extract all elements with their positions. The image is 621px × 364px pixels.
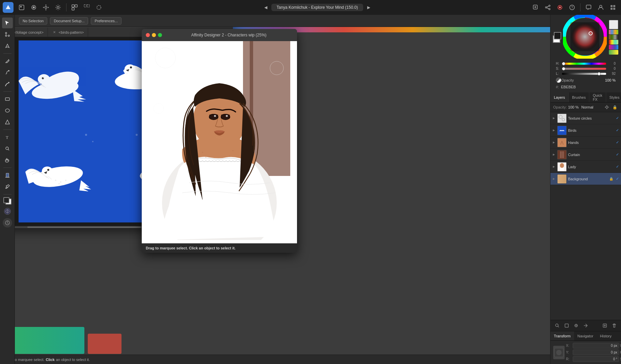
app-logo[interactable] (3, 2, 14, 13)
pixel-persona-icon[interactable] (3, 218, 12, 228)
layer-check-lady[interactable]: ✓ (615, 164, 620, 169)
navigator-tab[interactable]: Navigator (574, 331, 597, 340)
document-title[interactable]: Tanya Korniichuk - Explore Your Mind (15… (271, 4, 363, 11)
chat-icon[interactable] (583, 2, 594, 13)
r-field: R: (566, 356, 619, 362)
minimize-button-2[interactable] (152, 33, 156, 37)
document-setup-button[interactable]: Document Setup... (50, 17, 88, 25)
colour-history-swatches[interactable] (609, 20, 618, 55)
layer-check-birds[interactable]: ✓ (615, 128, 620, 133)
layer-check-texture[interactable]: ✓ (615, 116, 620, 121)
maximize-button-2[interactable] (158, 33, 162, 37)
share-icon[interactable] (542, 2, 553, 13)
target-icon[interactable] (555, 2, 565, 13)
lightness-slider[interactable] (562, 73, 606, 75)
prev-doc-icon[interactable]: ◀ (261, 2, 271, 13)
gear-icon[interactable] (53, 2, 63, 13)
rect-tool-button[interactable] (2, 94, 13, 104)
vector-brush-button[interactable] (2, 79, 13, 89)
quickfx-tab[interactable]: Quick FX (589, 92, 606, 102)
hand-tool-button[interactable] (2, 155, 13, 165)
svg-point-76 (214, 115, 216, 117)
select-tool-icon[interactable] (69, 2, 80, 13)
svg-point-57 (55, 180, 56, 181)
tool-separator-5 (3, 194, 11, 194)
settings-icon[interactable] (40, 2, 51, 13)
zoom-tool-button[interactable] (2, 143, 13, 154)
layer-lock-bg[interactable]: 🔒 (609, 177, 614, 181)
hue-slider[interactable] (562, 63, 606, 65)
layer-chevron-birds: ▶ (552, 128, 556, 132)
layer-item-texture-circles[interactable]: ▶ Texture circles ✓ (550, 112, 621, 124)
layer-item-lady[interactable]: ▶ Lady ✓ (550, 161, 621, 173)
tab-birds[interactable]: ✕ <birds-pattern> (48, 28, 88, 37)
color-mode-toggle[interactable] (4, 208, 11, 215)
ellipse-tool-button[interactable] (2, 105, 13, 116)
svg-point-33 (5, 35, 7, 36)
saturation-row: S: 0 (553, 66, 618, 71)
person-icon[interactable] (595, 2, 606, 13)
svg-point-93 (559, 115, 562, 119)
lasso-tool-icon[interactable] (81, 2, 92, 13)
triangle-tool-button[interactable] (2, 117, 13, 127)
grid-icon[interactable] (608, 2, 618, 13)
transform-tab[interactable]: Transform (550, 331, 574, 340)
svg-rect-30 (613, 8, 615, 10)
layer-add-button[interactable] (601, 322, 609, 330)
canvas-area: Affinity Designer - <Untitled> (50.0%) ✕… (0, 12, 550, 364)
layer-search-icon[interactable] (553, 322, 561, 330)
styles-tab[interactable]: Styles (606, 92, 621, 102)
hex-value[interactable]: EBEBEB (561, 85, 576, 89)
layer-item-background[interactable]: ▶ Background 🔒 ✓ (550, 173, 621, 185)
pencil-tool-button[interactable] (2, 56, 13, 66)
svg-point-100 (556, 324, 558, 327)
select-tool-button[interactable] (2, 18, 13, 28)
r-input[interactable] (573, 356, 619, 362)
layers-tab[interactable]: Layers (550, 92, 569, 102)
layers-opacity-row: Opacity: 100 % Normal 🔒 (550, 102, 621, 112)
layer-thumb-bg (557, 174, 567, 184)
layer-check-curtain[interactable]: ✓ (615, 152, 620, 157)
layer-delete-button[interactable] (610, 322, 618, 330)
layer-item-curtain[interactable]: ▶ Curtain ✓ (550, 149, 621, 161)
layers-settings-icon[interactable] (603, 104, 610, 111)
x-input[interactable] (573, 343, 619, 348)
layer-visibility-icon[interactable] (563, 322, 571, 330)
zoom-icon[interactable] (530, 2, 541, 13)
toolbar-icon-2[interactable] (28, 2, 39, 13)
y-input[interactable] (573, 350, 619, 355)
tab-close-birds[interactable]: ✕ (52, 30, 57, 35)
close-button-2[interactable] (146, 33, 150, 37)
colour-wheel-area[interactable] (563, 15, 607, 60)
layer-fx-icon[interactable] (572, 322, 580, 330)
toolbar-icon-1[interactable] (16, 2, 27, 13)
no-selection-button[interactable]: No Selection (19, 17, 47, 25)
fill-tool-button[interactable] (2, 170, 13, 181)
layer-check-hands[interactable]: ✓ (615, 140, 620, 145)
pen-tool-button[interactable] (2, 40, 13, 51)
foreground-background-colors[interactable] (553, 31, 561, 43)
layers-action-icons: 🔒 (603, 104, 618, 111)
preferences-button[interactable]: Preferences... (91, 17, 121, 25)
node-tool-button[interactable] (2, 29, 13, 40)
brush-tool-button[interactable] (2, 67, 13, 78)
brushes-tab[interactable]: Brushes (569, 92, 589, 102)
layers-opacity-value[interactable]: 100 % (568, 105, 578, 109)
history-tab[interactable]: History (597, 331, 615, 340)
next-doc-icon[interactable]: ▶ (363, 2, 374, 13)
svg-point-91 (590, 33, 591, 34)
saturation-value: 0 (608, 67, 616, 70)
layer-thumb-texture (557, 114, 567, 123)
color-swatch-area[interactable] (3, 196, 12, 206)
layers-lock-icon[interactable]: 🔒 (612, 104, 618, 111)
layers-blend-mode[interactable]: Normal (582, 105, 593, 109)
saturation-slider[interactable] (562, 68, 606, 70)
eyedropper-tool-button[interactable] (2, 181, 13, 192)
text-tool-button[interactable]: T (2, 132, 13, 143)
layer-item-hands[interactable]: ▶ Hands ✓ (550, 136, 621, 149)
layer-item-birds[interactable]: ▶ Birds ✓ (550, 124, 621, 136)
layer-check-bg[interactable]: ✓ (615, 177, 620, 181)
magic-wand-icon[interactable] (93, 2, 104, 13)
layer-adjust-icon[interactable] (582, 322, 590, 330)
question-icon[interactable]: ? (567, 2, 577, 13)
